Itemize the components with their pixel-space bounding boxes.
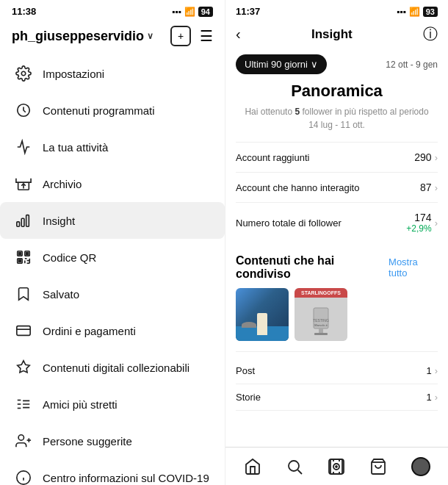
chevron-right-icon-2: › <box>435 182 438 193</box>
menu-label-archivio: Archivio <box>43 178 82 190</box>
stat-value-raggiunti: 290 <box>414 151 431 163</box>
menu-label-ordini: Ordini e pagamenti <box>43 325 136 337</box>
search-icon <box>286 458 303 475</box>
menu-list: Impostazioni Contenuti programmati La tu… <box>0 55 225 485</box>
menu-item-impostazioni[interactable]: Impostazioni <box>0 55 225 92</box>
thumb-overlay-text: STARLINGOFFS <box>295 288 347 298</box>
right-wifi-icon: 📶 <box>409 7 420 17</box>
svg-rect-9 <box>19 253 21 255</box>
stat-row-account-raggiunti[interactable]: Account raggiunti 290 › <box>236 142 438 172</box>
nav-profile[interactable] <box>405 454 436 479</box>
follower-text-2: follower in più rispetto al periodo <box>300 107 428 117</box>
svg-point-0 <box>21 71 26 76</box>
filter-chevron-icon: ∨ <box>311 59 318 70</box>
person-add-icon <box>15 432 32 450</box>
menu-item-salvato[interactable]: Salvato <box>0 276 225 312</box>
settings-icon <box>15 65 32 82</box>
panoramica-title: Panoramica <box>236 82 438 101</box>
thumb-rock <box>242 322 256 328</box>
svg-point-22 <box>18 435 24 440</box>
menu-item-archivio[interactable]: Archivio <box>0 165 225 202</box>
left-panel: 11:38 ▪▪▪ 📶 94 ph_giuseppeservidio ∨ + ☰ <box>0 0 225 485</box>
menu-item-amici[interactable]: Amici più stretti <box>0 386 225 423</box>
menu-label-insight: Insight <box>43 215 75 227</box>
nav-home[interactable] <box>238 455 267 478</box>
stat-label-raggiunti: Account raggiunti <box>236 152 309 163</box>
contenuti-header: Contenuti che hai condiviso Mostra tutto <box>236 254 438 281</box>
info-circle-icon <box>15 469 32 485</box>
profile-name-text: ph_giuseppeservidio <box>12 29 144 44</box>
stat-right-raggiunti: 290 › <box>414 151 438 163</box>
credit-card-icon <box>15 322 32 340</box>
left-time: 11:38 <box>12 6 36 17</box>
menu-item-attivita[interactable]: La tua attività <box>0 129 225 165</box>
menu-item-digitali[interactable]: Contenuti digitali collezionabili <box>0 349 225 386</box>
bookmark-icon <box>15 285 32 303</box>
back-button[interactable]: ‹ <box>236 26 241 43</box>
storie-label: Storie <box>236 392 261 403</box>
svg-rect-4 <box>21 218 24 226</box>
mostra-tutto-button[interactable]: Mostra tutto <box>389 256 438 279</box>
right-time: 11:37 <box>236 6 260 17</box>
stat-row-post[interactable]: Post 1 › <box>236 358 438 384</box>
contenuti-title: Contenuti che hai condiviso <box>236 254 389 281</box>
stat-value-interagito: 87 <box>420 182 432 193</box>
menu-item-qr[interactable]: Codice QR <box>0 239 225 276</box>
menu-item-ordini[interactable]: Ordini e pagamenti <box>0 312 225 349</box>
stat-row-storie[interactable]: Storie 1 › <box>236 384 438 411</box>
nav-reels[interactable] <box>322 455 351 478</box>
date-range-text: 12 ott - 9 gen <box>386 60 438 70</box>
stat-row-interagito[interactable]: Account che hanno interagito 87 › <box>236 172 438 202</box>
svg-point-37 <box>336 466 337 467</box>
stat-label-interagito: Account che hanno interagito <box>236 182 359 193</box>
follower-info: Hai ottenuto 5 follower in più rispetto … <box>236 105 438 132</box>
info-button[interactable]: ⓘ <box>423 24 438 44</box>
nav-shop[interactable] <box>364 455 393 478</box>
add-content-button[interactable]: + <box>170 26 191 46</box>
svg-line-34 <box>297 470 302 474</box>
thumbnail-2[interactable]: STARLINGOFFS TESTING Marvolo.it <box>295 288 347 341</box>
thumb-lighthouse <box>257 313 267 335</box>
post-label: Post <box>236 365 255 376</box>
menu-label-persone: Persone suggerite <box>43 435 132 448</box>
menu-item-persone[interactable]: Persone suggerite <box>0 423 225 459</box>
hamburger-menu-icon[interactable]: ☰ <box>200 27 213 45</box>
svg-rect-5 <box>26 215 29 227</box>
bottom-nav <box>225 447 448 485</box>
post-value: 1 <box>426 365 431 376</box>
svg-rect-10 <box>26 253 29 255</box>
svg-rect-17 <box>17 326 30 336</box>
content-area: Panoramica Hai ottenuto 5 follower in pi… <box>225 82 448 447</box>
stat-row-follower[interactable]: Numero totale di follower 174 +2,9% › <box>236 202 438 242</box>
profile-name-container[interactable]: ph_giuseppeservidio ∨ <box>12 29 153 44</box>
menu-item-insight[interactable]: Insight <box>0 202 225 239</box>
filter-button[interactable]: Ultimi 90 giorni ∨ <box>236 54 327 74</box>
left-status-bar: 11:38 ▪▪▪ 📶 94 <box>0 0 225 20</box>
follower-text-1: Hai ottenuto <box>245 107 295 117</box>
reels-icon <box>328 458 345 475</box>
header-icons: + ☰ <box>170 26 213 46</box>
right-status-icons: ▪▪▪ 📶 93 <box>397 7 438 17</box>
nav-search[interactable] <box>280 455 309 478</box>
avatar <box>411 457 430 476</box>
menu-item-contenuti-programmati[interactable]: Contenuti programmati <box>0 92 225 129</box>
stat-label-follower: Numero totale di follower <box>236 218 342 229</box>
storie-chevron-icon: › <box>435 392 438 403</box>
menu-item-covid[interactable]: Centro informazioni sul COVID-19 <box>0 459 225 485</box>
profile-chevron-icon: ∨ <box>147 31 153 41</box>
svg-rect-29 <box>319 328 323 333</box>
menu-label-digitali: Contenuti digitali collezionabili <box>43 362 189 374</box>
post-chevron-icon: › <box>435 365 438 376</box>
stat-value-follower: 174 <box>414 212 431 223</box>
filter-row: Ultimi 90 giorni ∨ 12 ott - 9 gen <box>225 51 448 82</box>
thumbnails-row: STARLINGOFFS TESTING Marvolo.it <box>236 288 438 341</box>
thumbnail-1[interactable] <box>236 288 289 341</box>
svg-text:TESTING: TESTING <box>313 318 329 323</box>
menu-label-amici: Amici più stretti <box>43 398 118 411</box>
insight-icon <box>15 212 32 229</box>
right-battery: 93 <box>423 7 438 17</box>
plus-icon: + <box>178 30 184 42</box>
home-icon <box>244 458 261 475</box>
follower-period: 14 lug - 11 ott. <box>308 120 365 130</box>
product-svg: TESTING Marvolo.it <box>303 302 339 339</box>
